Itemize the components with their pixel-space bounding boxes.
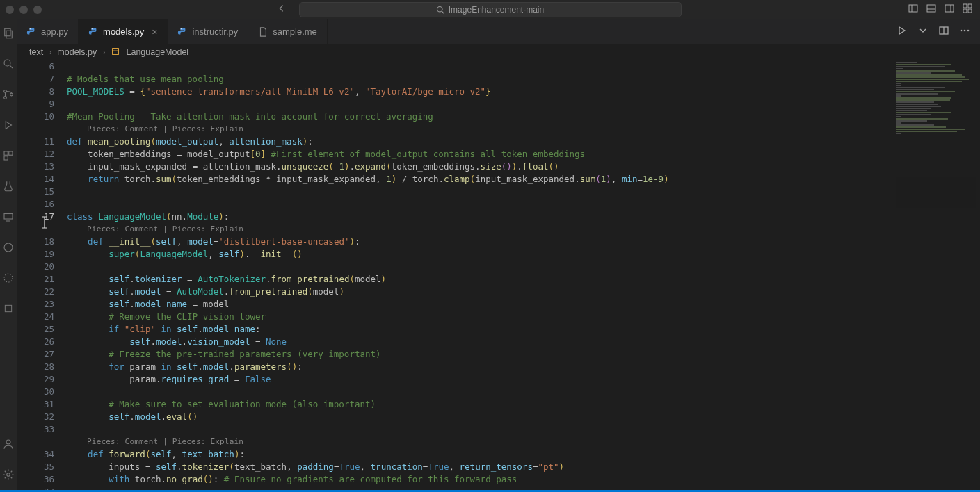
code-line[interactable]: for param in self.model.parameters(): — [67, 361, 980, 373]
more-actions-icon[interactable] — [959, 25, 970, 39]
code-line[interactable] — [67, 423, 980, 436]
svg-point-16 — [10, 93, 13, 96]
code-line[interactable]: super(LanguageModel, self).__init__() — [67, 248, 980, 261]
svg-rect-5 — [945, 5, 954, 12]
code-line[interactable]: self.model = AutoModel.from_pretrained(m… — [67, 286, 980, 298]
split-editor-icon[interactable] — [938, 25, 949, 39]
ext-icon[interactable] — [1, 302, 15, 315]
tab-app-py[interactable]: app.py — [17, 19, 79, 44]
code-line[interactable]: # Make sure to set evaluation mode (also… — [67, 398, 980, 411]
code-line[interactable]: def __init__(self, model='distilbert-bas… — [67, 236, 980, 248]
editor-actions — [897, 25, 980, 39]
svg-point-33 — [967, 29, 970, 31]
code-line[interactable]: self.model.eval() — [67, 411, 980, 423]
remote-icon[interactable] — [1, 210, 15, 224]
close-window-button[interactable] — [6, 6, 14, 14]
svg-point-28 — [181, 28, 182, 29]
code-line[interactable]: POOL_MODELS = {"sentence-transformers/al… — [67, 85, 980, 98]
tab-instructir-py[interactable]: instructir.py — [168, 19, 248, 44]
settings-gear-icon[interactable] — [1, 468, 15, 482]
codelens-hint[interactable]: Pieces: Comment | Pieces: Explain — [67, 223, 980, 236]
svg-point-21 — [4, 243, 13, 252]
code-line[interactable]: # Remove the CLIP vision tower — [67, 311, 980, 323]
code-line[interactable]: return torch.sum(token_embeddings * inpu… — [67, 173, 980, 186]
svg-rect-23 — [5, 305, 11, 311]
customize-layout-icon[interactable] — [962, 3, 973, 17]
symbol-class-icon — [111, 47, 120, 58]
code-line[interactable] — [67, 386, 980, 398]
copilot-icon[interactable] — [1, 271, 15, 285]
toggle-panel-icon[interactable] — [926, 3, 937, 17]
search-activity-icon[interactable] — [1, 57, 15, 71]
codelens-hint[interactable]: Pieces: Comment | Pieces: Explain — [67, 436, 980, 448]
code-line[interactable] — [67, 486, 980, 490]
code-line[interactable]: with torch.no_grad(): # Ensure no gradie… — [67, 473, 980, 486]
code-line[interactable]: inputs = self.tokenizer(text_batch, padd… — [67, 461, 980, 473]
tab-bar: app.pymodels.py×instructir.pysample.me — [17, 19, 980, 44]
minimap[interactable] — [896, 62, 976, 208]
code-content[interactable]: # Models that use mean poolingPOOL_MODEL… — [67, 60, 980, 490]
svg-rect-11 — [5, 28, 10, 36]
tab-label: models.py — [103, 26, 144, 37]
svg-point-27 — [92, 28, 93, 29]
code-line[interactable]: if "clip" in self.model_name: — [67, 323, 980, 336]
toggle-primary-sidebar-icon[interactable] — [908, 3, 919, 17]
file-icon — [177, 27, 187, 37]
command-center-search[interactable]: ImageEnhancement-main — [299, 2, 682, 17]
run-dropdown-icon[interactable] — [917, 25, 929, 39]
tab-sample-me[interactable]: sample.me — [248, 19, 328, 44]
editor-area: app.pymodels.py×instructir.pysample.me t… — [17, 19, 980, 490]
svg-point-0 — [437, 7, 442, 13]
code-line[interactable]: class LanguageModel(nn.Module): — [67, 211, 980, 223]
code-line[interactable] — [67, 60, 980, 73]
activity-bar — [0, 19, 17, 490]
testing-icon[interactable] — [1, 179, 15, 193]
run-file-icon[interactable] — [897, 25, 908, 39]
account-icon[interactable] — [1, 437, 15, 451]
code-line[interactable]: self.model.vision_model = None — [67, 336, 980, 348]
nav-back-icon[interactable] — [277, 3, 287, 16]
code-line[interactable]: token_embeddings = model_output[0] #Firs… — [67, 148, 980, 161]
svg-point-26 — [30, 28, 31, 29]
breadcrumbs[interactable]: text › models.py › LanguageModel — [17, 44, 980, 60]
codelens-hint[interactable]: Pieces: Comment | Pieces: Explain — [67, 123, 980, 136]
run-debug-icon[interactable] — [1, 118, 15, 132]
breadcrumb-symbol[interactable]: LanguageModel — [126, 47, 188, 57]
svg-point-25 — [7, 473, 10, 477]
zoom-window-button[interactable] — [33, 6, 42, 14]
tab-models-py[interactable]: models.py× — [79, 19, 168, 44]
svg-point-24 — [6, 440, 10, 444]
code-line[interactable]: param.requires_grad = False — [67, 373, 980, 386]
code-line[interactable]: #Mean Pooling - Take attention mask into… — [67, 110, 980, 123]
code-line[interactable]: # Models that use mean pooling — [67, 73, 980, 85]
file-icon — [88, 27, 98, 37]
explorer-icon[interactable] — [1, 26, 15, 40]
code-line[interactable] — [67, 98, 980, 110]
code-editor[interactable]: 6789101112131415161718192021222324252627… — [17, 60, 980, 490]
pieces-icon[interactable] — [1, 240, 15, 254]
svg-point-31 — [961, 29, 963, 31]
svg-rect-17 — [4, 151, 8, 155]
file-icon — [26, 27, 36, 37]
svg-point-15 — [4, 97, 7, 99]
code-line[interactable] — [67, 186, 980, 198]
code-line[interactable]: # Freeze the pre-trained parameters (ver… — [67, 348, 980, 361]
chevron-right-icon: › — [102, 47, 105, 57]
extensions-icon[interactable] — [1, 149, 15, 163]
svg-rect-1 — [909, 5, 917, 12]
code-line[interactable] — [67, 198, 980, 211]
code-line[interactable]: self.model_name = model — [67, 298, 980, 311]
code-line[interactable]: self.tokenizer = AutoTokenizer.from_pret… — [67, 273, 980, 286]
close-tab-icon[interactable]: × — [152, 26, 157, 38]
minimize-window-button[interactable] — [19, 6, 28, 14]
code-line[interactable]: def forward(self, text_batch): — [67, 448, 980, 461]
code-line[interactable]: def mean_pooling(model_output, attention… — [67, 136, 980, 148]
text-cursor-icon — [40, 216, 49, 231]
svg-point-14 — [4, 90, 7, 93]
code-line[interactable]: input_mask_expanded = attention_mask.uns… — [67, 161, 980, 173]
breadcrumb-folder[interactable]: text — [29, 47, 43, 57]
code-line[interactable] — [67, 261, 980, 273]
toggle-secondary-sidebar-icon[interactable] — [944, 3, 955, 17]
breadcrumb-file[interactable]: models.py — [57, 47, 97, 57]
source-control-icon[interactable] — [1, 88, 15, 101]
